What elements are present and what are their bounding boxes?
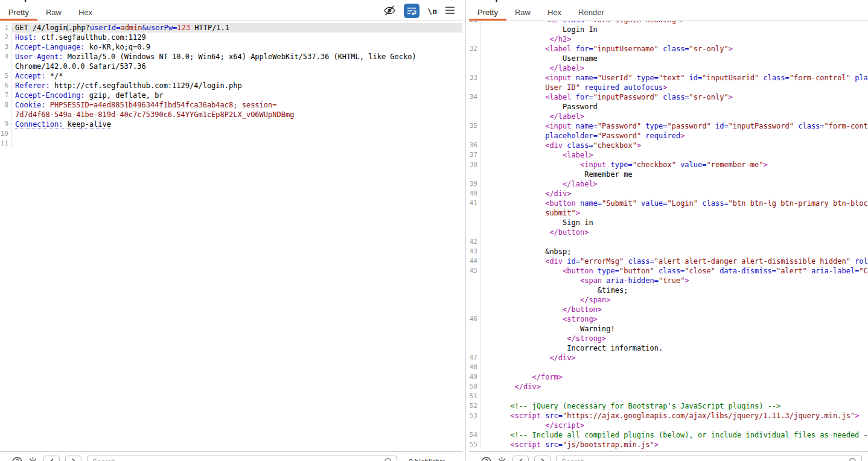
line-number: [469, 305, 481, 314]
code-line: 7d7d4f68-549a-41be-819d-40c7c75390c6.S4Y…: [0, 110, 462, 119]
line-number: 38: [469, 160, 481, 170]
tab-pretty[interactable]: Pretty: [0, 4, 37, 21]
code-line: 44 <div id="errorMsg" class="alert alert…: [469, 256, 868, 266]
line-number: 51: [469, 392, 481, 401]
code-line: 53 <script src="https://ajax.googleapis.…: [469, 411, 868, 421]
chevron-right-icon: [540, 458, 546, 461]
line-number: 53: [469, 411, 481, 421]
highlights-count: 0 highlights: [409, 458, 445, 461]
code-line: 41 <button name="Submit" value="Login" c…: [469, 199, 868, 208]
code-line: Sign in: [469, 218, 868, 227]
code-line: Login In: [469, 25, 868, 34]
line-number: 55: [469, 440, 481, 450]
search-settings-gear-icon[interactable]: [28, 457, 38, 461]
tab-hex[interactable]: Hex: [70, 4, 101, 21]
previous-match-button[interactable]: [512, 456, 529, 461]
code-line: </span>: [469, 295, 868, 305]
code-line: Username: [469, 54, 868, 63]
line-number: 9: [0, 119, 12, 129]
line-number: [469, 170, 481, 179]
line-number: 37: [469, 150, 481, 160]
code-line: 49 </form>: [469, 372, 868, 382]
panel-divider[interactable]: [462, 0, 469, 461]
line-number: 52: [469, 401, 481, 411]
next-match-button[interactable]: [534, 456, 550, 461]
request-search-input[interactable]: [87, 456, 397, 461]
request-toolbar: \n: [383, 4, 462, 21]
svg-text:?: ?: [485, 459, 488, 461]
code-line: 50 </div>: [469, 382, 868, 392]
line-number: [469, 54, 481, 63]
line-number: [469, 131, 481, 141]
help-circle-icon[interactable]: ?: [12, 457, 22, 461]
line-number: [469, 334, 481, 343]
newline-icon[interactable]: \n: [427, 7, 437, 16]
line-number: [469, 227, 481, 237]
response-editor[interactable]: 31 <h2 class="form-signin-heading"> Logi…: [469, 21, 868, 451]
code-line: 1GET /4/login.php?userId=admin&userPw=12…: [0, 23, 462, 33]
response-tabs: PrettyRawHexRender: [469, 4, 613, 21]
line-number: [469, 112, 481, 121]
code-line: placeholder="Password" required>: [469, 131, 868, 141]
line-number: 54: [469, 430, 481, 440]
code-line: Chrome/142.0.0.0 Safari/537.36: [0, 62, 462, 71]
message-editor-split-view: Request PrettyRawHex: [0, 0, 868, 461]
line-number: [469, 295, 481, 305]
line-number: [469, 324, 481, 334]
code-line: 37 <label>: [469, 150, 868, 160]
code-line: </label>: [469, 63, 868, 73]
code-line: 6Referer: http://ctf.segfaulthub.com:112…: [0, 81, 462, 91]
line-number: [469, 34, 481, 44]
code-line: 10: [0, 129, 462, 139]
code-line: </label>: [469, 112, 868, 121]
previous-match-button[interactable]: [43, 456, 60, 461]
tab-raw[interactable]: Raw: [37, 4, 70, 21]
code-line: 4User-Agent: Mozilla/5.0 (Windows NT 10.…: [0, 52, 462, 62]
response-panel: Response PrettyRawHexRender 31 <h2 class…: [469, 0, 868, 461]
response-search-input[interactable]: [556, 456, 862, 461]
code-line: </script>: [469, 421, 868, 430]
request-editor[interactable]: 1GET /4/login.php?userId=admin&userPw=12…: [0, 21, 462, 451]
tab-pretty[interactable]: Pretty: [469, 4, 506, 21]
code-line: Warning!: [469, 324, 868, 334]
code-line: 51: [469, 392, 868, 401]
tab-render[interactable]: Render: [570, 4, 613, 21]
code-line: 11: [0, 139, 462, 148]
response-tabbar: PrettyRawHexRender: [469, 4, 868, 21]
request-panel: Request PrettyRawHex: [0, 0, 462, 461]
search-icon: [849, 457, 858, 461]
line-number: 32: [469, 44, 481, 54]
search-settings-gear-icon[interactable]: [497, 457, 507, 461]
line-number: [469, 285, 481, 295]
line-number: [0, 62, 12, 71]
code-line: 38 <input type="checkbox" value="remembe…: [469, 160, 868, 170]
code-line: 45 <button type="button" class="close" d…: [469, 266, 868, 276]
code-line: 35 <input name="Password" type="password…: [469, 121, 868, 131]
code-line: 5Accept: */*: [0, 71, 462, 81]
eye-hidden-icon[interactable]: [383, 5, 396, 19]
code-line: </strong>: [469, 334, 868, 343]
code-line: 32 <label for="inputUsername" class="sr-…: [469, 44, 868, 54]
next-match-button[interactable]: [65, 456, 81, 461]
line-number: 3: [0, 42, 12, 52]
tab-raw[interactable]: Raw: [506, 4, 539, 21]
line-number: 1: [0, 23, 12, 33]
code-line: 9Connection: keep-alive: [0, 119, 462, 129]
tab-hex[interactable]: Hex: [539, 4, 570, 21]
chevron-left-icon: [518, 458, 524, 461]
code-line: </h2>: [469, 34, 868, 44]
chevron-left-icon: [49, 458, 55, 461]
line-number: 50: [469, 382, 481, 392]
request-search-bar: ?: [0, 451, 462, 461]
line-number: 42: [469, 237, 481, 247]
line-number: 48: [469, 363, 481, 372]
line-number: [469, 102, 481, 112]
line-number: 43: [469, 247, 481, 256]
response-code-rows: 31 <h2 class="form-signin-heading"> Logi…: [469, 21, 868, 450]
code-line: <span aria-hidden="true">: [469, 276, 868, 285]
soft-wrap-icon[interactable]: [404, 4, 420, 18]
menu-icon[interactable]: [445, 6, 455, 17]
line-number: 41: [469, 199, 481, 208]
help-circle-icon[interactable]: ?: [481, 457, 491, 461]
line-number: 6: [0, 81, 12, 91]
